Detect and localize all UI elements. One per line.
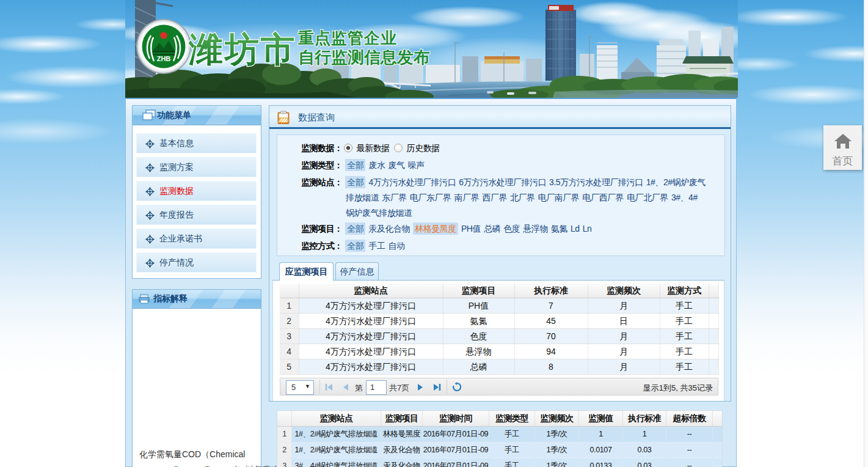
svg-text:重点监管企业: 重点监管企业 bbox=[298, 29, 397, 47]
svg-text:潍坊市: 潍坊市 bbox=[188, 30, 297, 68]
svg-text:ZHB: ZHB bbox=[157, 55, 171, 62]
svg-text:自行监测信息发布: 自行监测信息发布 bbox=[298, 48, 430, 67]
